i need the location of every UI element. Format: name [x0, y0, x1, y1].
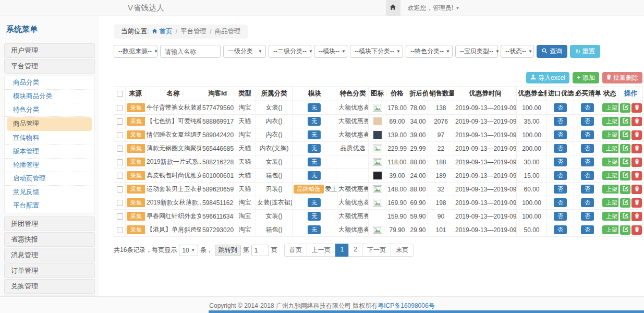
- sidebar-item-group-buy-mgmt[interactable]: 拼团管理: [4, 216, 95, 231]
- import-select-toggle[interactable]: 否: [554, 158, 567, 166]
- edit-button[interactable]: [620, 212, 630, 221]
- row-checkbox[interactable]: [117, 227, 123, 233]
- sidebar-item-feedback[interactable]: 意见反馈: [5, 186, 94, 199]
- import-select-toggle[interactable]: 否: [554, 185, 567, 194]
- home-button[interactable]: [386, 0, 400, 16]
- row-checkbox[interactable]: [117, 200, 123, 206]
- edit-button[interactable]: [620, 171, 630, 180]
- status-badge[interactable]: 上架: [602, 158, 619, 166]
- row-checkbox[interactable]: [117, 105, 123, 111]
- filter-select-level1-category[interactable]: 一级分类▼: [223, 45, 266, 58]
- filter-select-data-source[interactable]: --数据来源--▼: [114, 45, 157, 58]
- must-buy-toggle[interactable]: 否: [581, 117, 594, 126]
- name-search-input[interactable]: [160, 45, 221, 58]
- edit-button[interactable]: [620, 198, 630, 208]
- delete-button[interactable]: [631, 185, 642, 194]
- import-select-toggle[interactable]: 否: [554, 130, 567, 139]
- delete-button[interactable]: [631, 198, 642, 208]
- sidebar-item-user-mgmt[interactable]: 用户管理: [4, 43, 95, 58]
- row-checkbox[interactable]: [117, 213, 123, 220]
- must-buy-toggle[interactable]: 否: [581, 225, 594, 234]
- import-select-toggle[interactable]: 否: [554, 198, 567, 207]
- row-checkbox[interactable]: [117, 186, 123, 192]
- status-badge[interactable]: 上架: [602, 225, 619, 234]
- page-prev-button[interactable]: 上一页: [307, 244, 336, 257]
- import-excel-button[interactable]: 导入excel: [526, 72, 569, 83]
- sidebar-item-product-category[interactable]: 商品分类: [5, 76, 94, 90]
- icp-link[interactable]: 粤ICP备16098006号: [378, 302, 434, 309]
- filter-select-item-type[interactable]: --宝贝类型--▼: [455, 45, 498, 58]
- breadcrumb-home-link[interactable]: 首页: [152, 27, 172, 36]
- sidebar-item-message-mgmt[interactable]: 消息管理: [4, 248, 95, 262]
- import-select-toggle[interactable]: 否: [554, 171, 567, 180]
- row-checkbox[interactable]: [117, 118, 123, 125]
- filter-select-status[interactable]: --状态--▼: [501, 45, 534, 58]
- jump-button[interactable]: 跳转到: [215, 245, 241, 256]
- sidebar-item-version-mgmt[interactable]: 版本管理: [5, 145, 94, 159]
- page-1-button[interactable]: 1: [335, 244, 349, 257]
- status-badge[interactable]: 上架: [602, 117, 619, 126]
- edit-button[interactable]: [620, 144, 630, 153]
- import-select-toggle[interactable]: 否: [554, 225, 567, 234]
- sidebar-item-order-mgmt[interactable]: 订单管理: [4, 263, 95, 278]
- edit-button[interactable]: [620, 158, 630, 167]
- must-buy-toggle[interactable]: 否: [581, 130, 594, 139]
- page-number-input[interactable]: [251, 245, 269, 256]
- delete-button[interactable]: [631, 212, 642, 221]
- query-button[interactable]: 查询: [537, 45, 567, 58]
- per-page-select[interactable]: 10▼: [179, 245, 198, 256]
- sidebar-item-feature-category[interactable]: 特色分类: [5, 103, 94, 117]
- reset-button[interactable]: ↻ 重置: [570, 45, 600, 58]
- add-button[interactable]: + 添加: [573, 72, 599, 83]
- batch-delete-button[interactable]: 批量删除: [602, 72, 642, 83]
- delete-button[interactable]: [631, 117, 642, 126]
- status-badge[interactable]: 上架: [602, 212, 619, 221]
- page-2-button[interactable]: 2: [348, 244, 362, 257]
- delete-button[interactable]: [631, 171, 642, 180]
- select-all-checkbox[interactable]: [117, 91, 123, 97]
- sidebar-item-carousel-mgmt[interactable]: 轮播管理: [5, 159, 94, 172]
- sidebar-item-splash-mgmt[interactable]: 启动页管理: [5, 172, 94, 186]
- sidebar-item-promo-material[interactable]: 宣传物料: [5, 131, 94, 145]
- sidebar-item-exchange-mgmt[interactable]: 兑换管理: [4, 279, 95, 294]
- page-next-button[interactable]: 下一页: [362, 244, 391, 257]
- filter-select-module[interactable]: --模块--▼: [314, 45, 347, 58]
- delete-button[interactable]: [631, 158, 642, 167]
- page-first-button[interactable]: 首页: [284, 244, 307, 257]
- delete-button[interactable]: [631, 103, 642, 113]
- must-buy-toggle[interactable]: 否: [581, 144, 594, 153]
- must-buy-toggle[interactable]: 否: [581, 185, 594, 194]
- delete-button[interactable]: [631, 144, 642, 153]
- row-checkbox[interactable]: [117, 173, 123, 179]
- status-badge[interactable]: 上架: [602, 103, 619, 112]
- sidebar-item-module-product-category[interactable]: 模块商品分类: [5, 90, 94, 103]
- must-buy-toggle[interactable]: 否: [581, 158, 594, 166]
- import-select-toggle[interactable]: 否: [554, 117, 567, 126]
- must-buy-toggle[interactable]: 否: [581, 103, 594, 112]
- page-last-button[interactable]: 末页: [391, 244, 414, 257]
- filter-select-feature-category[interactable]: --特色分类--▼: [406, 45, 453, 58]
- status-badge[interactable]: 上架: [602, 144, 619, 153]
- import-select-toggle[interactable]: 否: [554, 212, 567, 221]
- edit-button[interactable]: [620, 103, 630, 113]
- sidebar-item-product-mgmt-active[interactable]: 商品管理: [7, 117, 92, 131]
- status-badge[interactable]: 上架: [602, 185, 619, 194]
- edit-button[interactable]: [620, 117, 630, 126]
- row-checkbox[interactable]: [117, 146, 123, 152]
- status-badge[interactable]: 上架: [602, 130, 619, 139]
- filter-select-level2-category[interactable]: --二级分类--▼: [269, 45, 311, 58]
- import-select-toggle[interactable]: 否: [554, 144, 567, 153]
- import-select-toggle[interactable]: 否: [554, 103, 567, 112]
- must-buy-toggle[interactable]: 否: [581, 212, 594, 221]
- row-checkbox[interactable]: [117, 132, 123, 138]
- edit-button[interactable]: [620, 225, 630, 235]
- filter-select-module-subcategory[interactable]: --模块下分类--▼: [350, 45, 403, 58]
- user-menu[interactable]: 欢迎您，管理员! ▼: [400, 0, 467, 16]
- delete-button[interactable]: [631, 225, 642, 235]
- bottom-scrollbar[interactable]: [209, 310, 644, 313]
- row-checkbox[interactable]: [117, 159, 123, 165]
- sidebar-item-platform-mgmt[interactable]: 平台管理: [4, 59, 95, 74]
- status-badge[interactable]: 上架: [602, 198, 619, 207]
- must-buy-toggle[interactable]: 否: [581, 171, 594, 180]
- edit-button[interactable]: [620, 130, 630, 140]
